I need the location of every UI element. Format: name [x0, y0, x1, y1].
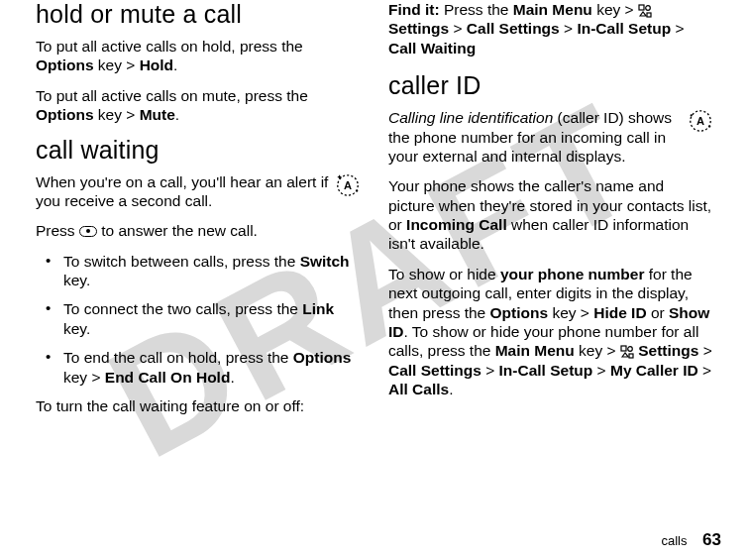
- menu-call-waiting: Call Waiting: [388, 40, 476, 56]
- svg-text:A: A: [344, 178, 352, 190]
- send-key-icon: [79, 226, 97, 237]
- heading-hold-mute: hold or mute a call: [36, 0, 361, 29]
- list-item: To switch between calls, press the Switc…: [36, 252, 361, 290]
- text: >: [560, 20, 578, 37]
- text: .: [449, 381, 453, 397]
- text: key >: [592, 1, 638, 18]
- text: key >: [548, 304, 593, 321]
- list-item: To end the call on hold, press the Optio…: [36, 348, 361, 387]
- svg-rect-12: [621, 346, 626, 351]
- para-toggle: To turn the call waiting feature on or o…: [36, 396, 361, 415]
- text: key >: [94, 106, 140, 123]
- key-options: Options: [36, 56, 94, 73]
- text: To switch between calls, press the: [63, 253, 300, 270]
- menu-all-calls: All Calls: [388, 381, 449, 397]
- text: To put all active calls on mute, press t…: [36, 87, 308, 104]
- svg-point-10: [691, 114, 693, 116]
- menu-settings: Settings: [638, 342, 698, 359]
- para-cli-name: Your phone shows the caller's name and p…: [388, 176, 713, 254]
- text: or: [647, 304, 669, 321]
- text: Press: [36, 222, 79, 239]
- label-incoming: Incoming Call: [406, 216, 507, 233]
- key-main-menu: Main Menu: [513, 1, 592, 18]
- text: To put all active calls on hold, press t…: [36, 38, 303, 55]
- text: When you're on a call, you'll hear an al…: [36, 173, 328, 209]
- menu-incall-setup: In-Call Setup: [499, 362, 593, 379]
- text: key >: [94, 56, 140, 73]
- menu-call-settings: Call Settings: [388, 362, 482, 379]
- text: key >: [63, 369, 105, 386]
- svg-point-11: [708, 126, 710, 128]
- text: To connect the two calls, press the: [63, 300, 302, 317]
- svg-rect-7: [647, 13, 651, 17]
- svg-point-13: [628, 347, 633, 352]
- text: >: [449, 20, 467, 37]
- text: To end the call on hold, press the: [63, 349, 293, 366]
- feature-a-icon: A: [335, 172, 361, 198]
- menu-mute: Mute: [140, 106, 175, 123]
- text: .: [173, 56, 177, 73]
- para-mute: To put all active calls on mute, press t…: [36, 86, 361, 125]
- text: .: [230, 369, 234, 386]
- menu-hide-id: Hide ID: [593, 304, 646, 321]
- svg-point-4: [356, 189, 358, 191]
- text: key >: [575, 342, 620, 359]
- key-switch: Switch: [300, 253, 350, 270]
- svg-rect-5: [639, 5, 644, 10]
- text: >: [698, 342, 711, 359]
- text: Press the: [440, 1, 513, 18]
- text: >: [482, 362, 499, 379]
- list-item: To connect the two calls, press the Link…: [36, 299, 361, 338]
- menu-end-hold: End Call On Hold: [105, 369, 231, 386]
- key-options: Options: [36, 106, 94, 123]
- menu-settings: Settings: [388, 20, 449, 37]
- svg-text:A: A: [696, 115, 704, 127]
- menu-incall-setup: In-Call Setup: [577, 20, 671, 37]
- para-hold: To put all active calls on hold, press t…: [36, 37, 361, 75]
- key-main-menu: Main Menu: [495, 342, 575, 359]
- bullet-list: To switch between calls, press the Switc…: [36, 252, 361, 387]
- term-cli: Calling line identification: [388, 109, 553, 126]
- settings-icon: [620, 344, 634, 358]
- para-answer: Press to answer the new call.: [36, 221, 361, 240]
- para-cli-show-hide: To show or hide your phone number for th…: [388, 265, 713, 399]
- menu-call-settings: Call Settings: [467, 20, 560, 37]
- para-alert: A When you're on a call, you'll hear an …: [36, 172, 361, 211]
- text: key.: [63, 272, 90, 288]
- menu-hold: Hold: [140, 56, 173, 73]
- feature-a-icon: A: [688, 108, 713, 134]
- text: >: [671, 20, 684, 37]
- menu-my-caller-id: My Caller ID: [610, 362, 698, 379]
- right-column: Find it: Press the Main Menu key > Setti…: [374, 0, 721, 520]
- text: >: [698, 362, 711, 379]
- section-label: calls: [661, 533, 687, 548]
- heading-call-waiting: call waiting: [36, 136, 361, 165]
- text: To show or hide: [388, 266, 500, 282]
- page-number: 63: [702, 530, 721, 549]
- text: >: [592, 362, 610, 379]
- left-column: hold or mute a call To put all active ca…: [28, 0, 374, 520]
- key-link: Link: [302, 300, 334, 317]
- svg-point-6: [646, 6, 651, 11]
- find-it-label: Find it:: [388, 1, 440, 18]
- text: .: [175, 106, 179, 123]
- heading-caller-id: caller ID: [388, 71, 713, 100]
- find-it-path: Find it: Press the Main Menu key > Setti…: [388, 0, 713, 57]
- settings-icon: [638, 3, 652, 17]
- page-footer: calls 63: [661, 530, 721, 550]
- key-options: Options: [490, 304, 549, 321]
- para-cli-def: A Calling line identification (caller ID…: [388, 108, 713, 166]
- page-content: hold or mute a call To put all active ca…: [0, 0, 749, 520]
- text: to answer the new call.: [97, 222, 258, 239]
- svg-rect-14: [629, 354, 633, 358]
- key-options: Options: [293, 349, 352, 366]
- text: key.: [63, 320, 90, 337]
- text-your-number: your phone number: [500, 266, 645, 282]
